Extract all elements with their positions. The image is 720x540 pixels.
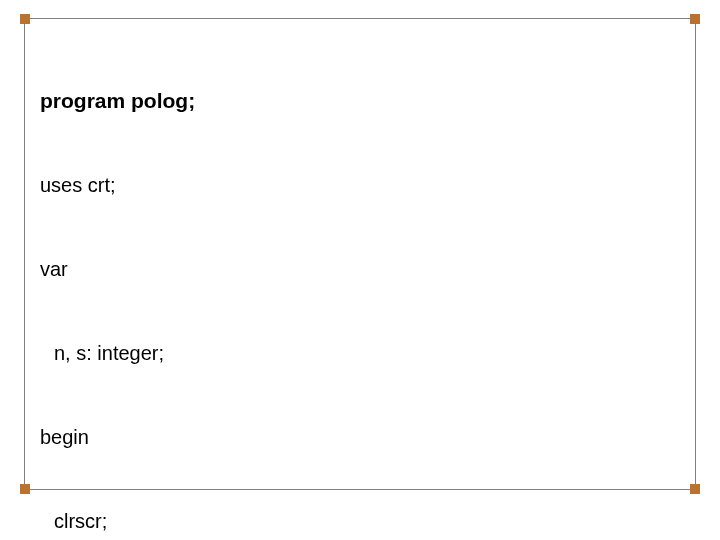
corner-decoration	[20, 484, 30, 494]
code-line: clrscr;	[40, 507, 563, 535]
corner-decoration	[20, 14, 30, 24]
code-line: program polog;	[40, 86, 563, 115]
corner-decoration	[690, 484, 700, 494]
code-line: begin	[40, 423, 563, 451]
corner-decoration	[690, 14, 700, 24]
code-line: uses crt;	[40, 171, 563, 199]
code-listing: program polog; uses crt; var n, s: integ…	[40, 30, 563, 540]
code-line: var	[40, 255, 563, 283]
code-line: n, s: integer;	[40, 339, 563, 367]
